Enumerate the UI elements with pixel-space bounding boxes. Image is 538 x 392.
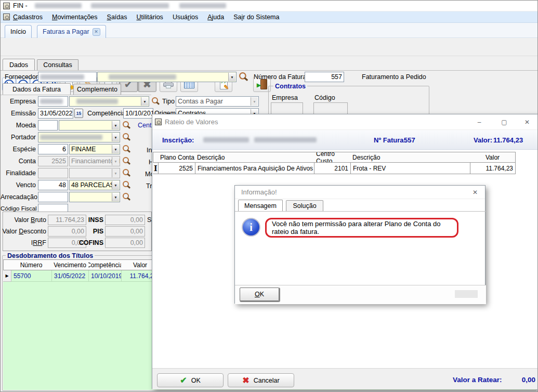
cofins-value: 0,00	[130, 239, 143, 246]
fornecedor-code-input[interactable]	[38, 72, 97, 82]
app-icon	[3, 3, 10, 9]
especie-name-combo[interactable]: FINAME ▼	[69, 144, 120, 154]
fornecedor-dropdown-icon[interactable]: ▼	[228, 73, 235, 81]
desdobramento-cell-competencia[interactable]: 10/10/2019	[89, 270, 122, 282]
moeda-code-input[interactable]	[38, 120, 58, 130]
tab-complemento[interactable]: Complemento	[73, 84, 121, 95]
minimize-icon[interactable]: –	[475, 117, 484, 127]
emissao-input[interactable]: 31/05/2022	[38, 108, 73, 119]
rateio-col-descricao2[interactable]: Descrição	[350, 152, 470, 163]
especie-dropdown-icon[interactable]: ▼	[112, 145, 119, 153]
arrecadacao-combo[interactable]: ▼	[69, 192, 120, 202]
especie-code-input[interactable]: 6	[38, 144, 68, 154]
calendar-icon: 15	[76, 111, 81, 116]
emissao-label: Emissão	[1, 110, 36, 117]
tab-faturas-a-pagar[interactable]: Faturas a Pagar ✕	[37, 25, 106, 38]
empresa-search-icon[interactable]	[151, 97, 160, 106]
desdobramento-cell-numero[interactable]: 55700	[11, 270, 52, 282]
maximize-icon[interactable]: ▢	[500, 117, 509, 127]
menu-cadastros[interactable]: Cadastros	[13, 14, 43, 21]
tab-inicio[interactable]: Início	[5, 25, 32, 38]
rateio-col-valor[interactable]: Valor	[470, 152, 516, 163]
menu-saidas[interactable]: Saídas	[107, 14, 127, 21]
moeda-name-combo[interactable]: ▼	[59, 120, 120, 130]
info-title: Informação!	[241, 188, 277, 196]
redacted-company-name-2	[91, 3, 169, 8]
desdobramento-col-competencia[interactable]: Competência	[88, 259, 122, 270]
moeda-search-icon[interactable]	[122, 121, 130, 129]
finalidade-code-input[interactable]	[38, 168, 68, 178]
rateio-col-centro[interactable]: Centro Custo	[314, 152, 351, 163]
fornecedor-search-icon[interactable]	[239, 72, 248, 82]
finalidade-combo[interactable]: ▼	[69, 168, 120, 178]
tipo-combo[interactable]: Contas a Pagar ▼	[176, 96, 259, 107]
contratos-empresa-label: Empresa	[272, 94, 298, 101]
fornecedor-name-combo[interactable]: ▼	[97, 72, 237, 82]
rateio-cell-descricao2[interactable]: Frota - REV	[351, 163, 470, 174]
close-icon[interactable]: ✕	[522, 117, 532, 127]
menu-app-icon	[3, 14, 10, 20]
menu-utilitarios[interactable]: Utilitários	[136, 14, 163, 21]
redacted-empresa-code	[40, 99, 63, 104]
arrecadacao-label: Arrecadação	[1, 193, 36, 201]
conta-search-icon[interactable]	[122, 156, 130, 165]
menu-movimentacoes[interactable]: Movimentações	[52, 14, 98, 21]
menu-ajuda[interactable]: Ajuda	[207, 14, 224, 21]
rateio-col-descricao1[interactable]: Descrição	[195, 152, 314, 163]
redacted-fornecedor-name	[109, 74, 176, 80]
empresa-code-input[interactable]	[38, 96, 68, 107]
portador-dropdown-icon[interactable]: ▼	[112, 133, 119, 141]
rateio-cell-descricao1[interactable]: Financiamentos Para Aquisição De Ativos	[195, 163, 314, 174]
tab-complemento-label: Complemento	[77, 86, 117, 93]
conta-name-combo[interactable]: Financiamentos Par ▼	[69, 156, 120, 166]
empresa-label: Empresa	[1, 98, 36, 105]
vencto-code-input[interactable]: 48	[38, 180, 68, 190]
tab-dados[interactable]: Dados	[3, 59, 35, 70]
window-title: FIN -	[13, 2, 28, 9]
application-window: FIN - Cadastros Movimentações Saídas Uti…	[0, 0, 538, 392]
menu-usuarios[interactable]: Usuários	[173, 14, 198, 21]
conta-code-input[interactable]: 2525	[38, 156, 68, 166]
competencia-input[interactable]: 10/10/2019	[123, 108, 153, 119]
info-ok-button[interactable]: OK	[240, 288, 279, 301]
tab-close-icon[interactable]: ✕	[93, 28, 100, 36]
arrecadacao-code-input[interactable]	[38, 192, 68, 202]
inss-input: 0,00	[105, 215, 145, 225]
arrecadacao-search-icon[interactable]	[122, 192, 130, 201]
rateio-cell-centro[interactable]: 2101	[314, 163, 351, 174]
empresa-name-combo[interactable]: ▼	[69, 96, 149, 107]
vencto-name-combo[interactable]: 48 PARCELAS ▼	[69, 180, 120, 190]
arrecadacao-dropdown-icon[interactable]: ▼	[112, 193, 119, 201]
portador-search-icon[interactable]	[122, 133, 130, 141]
numero-fatura-input[interactable]: 557	[305, 72, 344, 82]
rateio-cell-plano[interactable]: 2525	[159, 163, 195, 174]
rateio-ok-button[interactable]: ✔ OK	[157, 373, 224, 387]
desdobramento-col-numero[interactable]: Número	[11, 259, 52, 270]
tab-consultas-label: Consultas	[43, 61, 72, 69]
menu-sair[interactable]: Sair do Sistema	[233, 14, 279, 21]
tab-consultas[interactable]: Consultas	[37, 59, 78, 70]
vencto-dropdown-icon[interactable]: ▼	[112, 181, 119, 189]
exit-door-icon: ▶	[257, 79, 267, 89]
desdobramento-col-vencimento[interactable]: Vencimento	[51, 259, 89, 270]
empresa-dropdown-icon[interactable]: ▼	[141, 97, 148, 106]
especie-search-icon[interactable]	[122, 145, 130, 153]
inss-label: INSS	[84, 216, 103, 224]
portador-combo[interactable]: ▼	[38, 132, 120, 142]
moeda-dropdown-icon[interactable]: ▼	[112, 121, 119, 129]
tab-solucao[interactable]: Solução	[286, 200, 323, 211]
finalidade-label: Finalidade	[1, 169, 36, 177]
calendar-button[interactable]: 15	[74, 109, 83, 118]
valor-bruto-input: 11.764,23	[48, 215, 86, 225]
tab-mensagem[interactable]: Mensagem	[238, 200, 283, 211]
vencto-search-icon[interactable]	[122, 180, 130, 189]
tab-dados-da-fatura[interactable]: Dados da Fatura	[3, 83, 71, 95]
tab-inicio-label: Início	[10, 28, 26, 35]
rateio-col-plano[interactable]: Plano Conta	[158, 152, 195, 163]
rateio-cell-valor[interactable]: 11.764,23	[470, 163, 516, 174]
desdobramento-cell-vencimento[interactable]: 31/05/2022	[52, 270, 89, 282]
clipped-label-2: In	[147, 147, 152, 154]
finalidade-search-icon[interactable]	[122, 168, 130, 177]
info-close-icon[interactable]: ✕	[470, 188, 480, 197]
rateio-cancel-button[interactable]: ✖ Cancelar	[228, 373, 294, 387]
